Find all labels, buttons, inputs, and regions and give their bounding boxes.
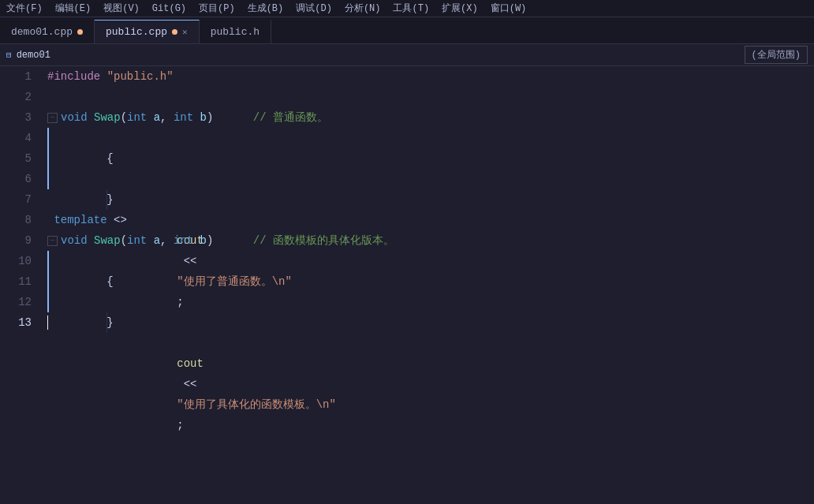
code-line-5: cout << "使用了普通函数。\n" ; <box>47 148 814 169</box>
tab-label: demo01.cpp <box>11 26 73 38</box>
indent-guide-11: cout << "使用了具体化的函数模板。\n" ; <box>106 312 336 333</box>
op-11: << <box>177 378 204 390</box>
menu-window[interactable]: 窗口(W) <box>491 2 527 15</box>
space <box>147 107 153 128</box>
paren-close-9: ) <box>207 230 213 251</box>
collapse-icon-9[interactable]: − <box>47 236 58 246</box>
tab-close-icon[interactable]: ✕ <box>182 27 188 37</box>
space <box>147 230 153 251</box>
code-line-1: #include "public.h" <box>47 66 814 87</box>
collapse-icon-3[interactable]: − <box>47 113 58 123</box>
angle-brackets: <> <box>114 210 127 230</box>
token-include: #include <box>47 66 100 87</box>
code-line-4: { <box>47 128 814 148</box>
op-5: << <box>177 255 204 267</box>
line-num-2: 2 <box>0 87 41 107</box>
scope-class-name: demo01 <box>17 50 50 61</box>
semi-11: ; <box>177 419 183 431</box>
line-num-12: 12 <box>0 292 41 312</box>
param-b-9: b <box>200 230 207 251</box>
scope-bar: ⊟ demo01 (全局范围) <box>0 44 814 66</box>
spaces <box>213 107 252 128</box>
menu-analyze[interactable]: 分析(N) <box>345 2 381 15</box>
brace-close-12: } <box>106 316 113 329</box>
tab-demo01-cpp[interactable]: demo01.cpp <box>0 20 95 43</box>
comma: , <box>160 107 174 128</box>
paren-open-9: ( <box>121 230 127 251</box>
tab-bar: demo01.cpp public.cpp ✕ public.h <box>0 17 814 44</box>
space <box>177 337 183 349</box>
comment-3: // 普通函数。 <box>253 107 328 128</box>
comment-9: // 函数模板的具体化版本。 <box>253 230 394 251</box>
menu-tools[interactable]: 工具(T) <box>393 2 429 15</box>
indent-guide-5: cout << "使用了普通函数。\n" ; <box>106 189 292 210</box>
cout-11: cout <box>177 357 204 370</box>
spaces-9 <box>213 230 252 251</box>
kw-void-3: void <box>61 107 88 128</box>
scope-dropdown[interactable]: (全局范围) <box>745 46 808 64</box>
tab-public-cpp[interactable]: public.cpp ✕ <box>95 20 200 43</box>
fn-swap-9: Swap <box>94 230 121 251</box>
left-border-6: } <box>47 169 114 189</box>
string-11: "使用了具体化的函数模板。\n" <box>177 398 336 411</box>
menu-extensions[interactable]: 扩展(X) <box>442 2 478 15</box>
kw-int-b-9: int <box>174 230 193 251</box>
menu-build[interactable]: 生成(B) <box>248 2 284 15</box>
scope-icon: ⊟ <box>6 50 12 60</box>
code-line-6: } <box>47 169 814 189</box>
left-border-10: { <box>47 251 114 271</box>
kw-template: template <box>54 210 106 230</box>
line-num-11: 11 <box>0 271 41 292</box>
line-num-1: 1 <box>0 66 41 87</box>
tab-label: public.h <box>211 26 260 38</box>
paren-close: ) <box>207 107 213 128</box>
left-border-4: { <box>47 128 114 148</box>
brace-close-6: } <box>106 193 113 206</box>
space <box>88 230 94 251</box>
kw-int-b: int <box>174 107 193 128</box>
text-cursor <box>47 315 48 330</box>
line-num-6: 6 <box>0 169 41 189</box>
space-8 <box>47 210 54 230</box>
left-border-12: } <box>47 292 114 312</box>
line-num-5: 5 <box>0 148 41 169</box>
token-include-path: "public.h" <box>107 66 174 87</box>
tab-public-h[interactable]: public.h <box>200 20 271 43</box>
line-num-8: 8 <box>0 210 41 230</box>
line-num-13: 13 <box>0 312 41 333</box>
param-a: a <box>154 107 160 128</box>
param-b: b <box>200 107 207 128</box>
menu-debug[interactable]: 调试(D) <box>296 2 332 15</box>
space <box>88 107 94 128</box>
line-number-gutter: 1 2 3 4 5 6 7 8 9 10 11 12 13 <box>0 66 41 504</box>
token-space <box>100 66 106 87</box>
line-num-3: 3 <box>0 107 41 128</box>
line-num-10: 10 <box>0 251 41 271</box>
kw-int-a-9: int <box>127 230 147 251</box>
code-line-3: − void Swap ( int a , int b ) // 普通函数。 <box>47 107 814 128</box>
space <box>177 214 183 226</box>
comma-9: , <box>160 230 174 251</box>
line-num-9: 9 <box>0 230 41 251</box>
tab-label: public.cpp <box>106 26 167 38</box>
menu-file[interactable]: 文件(F) <box>6 2 43 15</box>
code-line-2 <box>47 87 814 107</box>
kw-int-a: int <box>127 107 147 128</box>
left-border-11: cout << "使用了具体化的函数模板。\n" ; <box>47 271 336 292</box>
menu-project[interactable]: 页目(P) <box>199 2 235 15</box>
code-line-11: cout << "使用了具体化的函数模板。\n" ; <box>47 271 814 292</box>
editor: 1 2 3 4 5 6 7 8 9 10 11 12 13 #include "… <box>0 66 814 504</box>
menu-edit[interactable]: 编辑(E) <box>55 2 91 15</box>
line-num-7: 7 <box>0 189 41 210</box>
left-border-5: cout << "使用了普通函数。\n" ; <box>47 148 292 169</box>
code-line-9: − void Swap ( int a , int b ) // 函数模板的具体… <box>47 230 814 251</box>
menu-git[interactable]: Git(G) <box>152 3 186 14</box>
tab-modified-dot <box>172 29 177 35</box>
param-a-9: a <box>154 230 160 251</box>
menu-bar: 文件(F) 编辑(E) 视图(V) Git(G) 页目(P) 生成(B) 调试(… <box>0 0 814 17</box>
space <box>193 107 200 128</box>
code-content[interactable]: #include "public.h" − void Swap ( int a … <box>41 66 814 504</box>
space <box>107 210 114 230</box>
menu-view[interactable]: 视图(V) <box>103 2 140 15</box>
paren-open-3: ( <box>121 107 127 128</box>
